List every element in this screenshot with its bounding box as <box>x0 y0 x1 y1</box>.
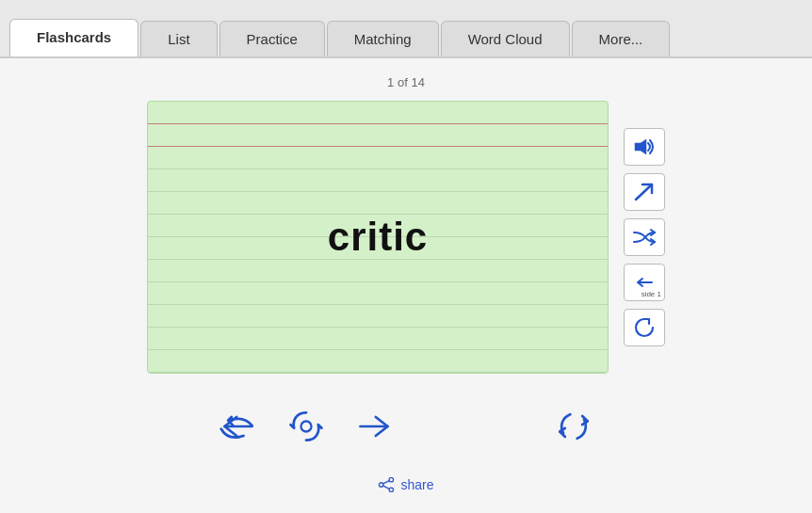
main-content: 1 of 14 critic <box>0 58 812 492</box>
svg-line-1 <box>636 184 652 200</box>
next-arrow-icon <box>355 409 393 443</box>
arrow-diagonal-button[interactable] <box>624 173 665 211</box>
line-11 <box>148 328 608 350</box>
right-flip-button[interactable] <box>549 402 598 451</box>
svg-marker-0 <box>635 139 646 154</box>
red-line-2 <box>148 124 608 147</box>
line-12 <box>148 350 608 373</box>
tab-practice[interactable]: Practice <box>219 21 325 56</box>
arrow-diagonal-icon <box>633 182 656 202</box>
share-row[interactable]: share <box>378 477 433 492</box>
tab-more[interactable]: More... <box>572 21 671 56</box>
side-buttons: side 1 <box>624 128 665 346</box>
volume-icon <box>633 137 656 156</box>
side1-label: side 1 <box>641 290 661 298</box>
line-9 <box>148 282 608 305</box>
next-button[interactable] <box>349 406 398 447</box>
prev-arrow-icon <box>219 409 257 443</box>
share-label: share <box>400 477 433 492</box>
tab-matching[interactable]: Matching <box>327 21 439 56</box>
prev-button[interactable] <box>214 406 263 447</box>
refresh-button[interactable] <box>624 309 665 346</box>
flashcard[interactable]: critic <box>147 101 609 374</box>
tab-list[interactable]: List <box>140 21 217 56</box>
share-icon <box>378 477 395 492</box>
flip-center-button[interactable] <box>282 402 331 451</box>
side1-button[interactable]: side 1 <box>624 264 665 301</box>
shuffle-button[interactable] <box>624 218 665 256</box>
side1-icon <box>633 275 656 290</box>
refresh-icon <box>633 316 656 339</box>
page-indicator: 1 of 14 <box>387 75 425 89</box>
svg-point-3 <box>301 422 312 432</box>
red-line-1 <box>148 102 608 124</box>
line-5 <box>148 192 608 215</box>
tab-bar: Flashcards List Practice Matching Word C… <box>0 0 812 58</box>
svg-line-8 <box>383 486 389 489</box>
svg-point-7 <box>380 483 383 487</box>
tab-wordcloud[interactable]: Word Cloud <box>441 21 570 56</box>
svg-point-6 <box>390 488 394 491</box>
line-10 <box>148 305 608 328</box>
flashcard-area: critic <box>147 101 665 374</box>
tab-flashcards[interactable]: Flashcards <box>9 19 138 56</box>
flip-center-icon <box>285 406 327 447</box>
shuffle-icon <box>632 228 657 247</box>
line-8 <box>148 260 608 282</box>
line-4 <box>148 169 608 192</box>
flashcard-word: critic <box>328 215 428 260</box>
line-3 <box>148 147 608 169</box>
right-flip-icon <box>553 406 594 447</box>
volume-button[interactable] <box>624 128 665 166</box>
svg-point-5 <box>390 477 394 481</box>
svg-line-9 <box>383 481 389 484</box>
nav-buttons <box>214 402 598 451</box>
